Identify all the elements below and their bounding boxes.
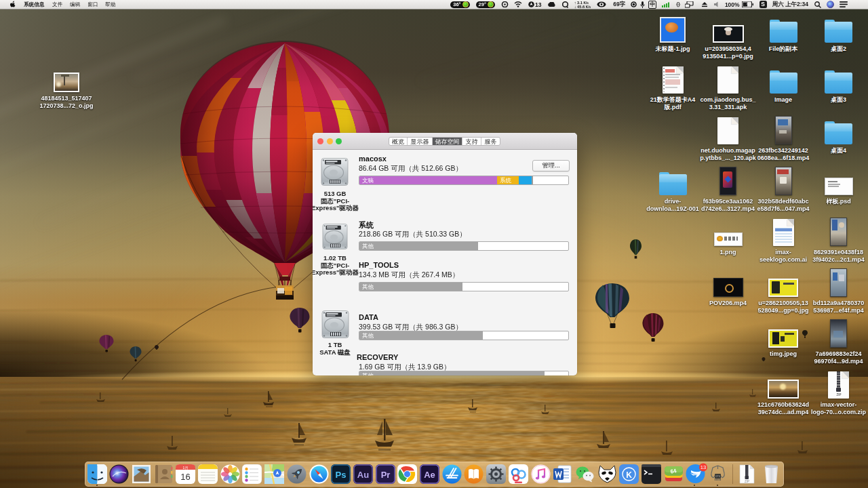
svg-text:K: K (626, 470, 632, 480)
svg-text:ZIP: ZIP (745, 480, 749, 483)
svg-text:Ae: Ae (424, 470, 435, 480)
svg-text:13: 13 (701, 464, 706, 470)
svg-text:Au: Au (357, 470, 369, 480)
svg-text:Ps: Ps (336, 470, 347, 480)
svg-text:CPU: CPU (715, 475, 721, 478)
svg-text:Pr: Pr (380, 470, 390, 480)
svg-text:1月: 1月 (183, 466, 189, 470)
svg-text:16: 16 (181, 472, 191, 482)
